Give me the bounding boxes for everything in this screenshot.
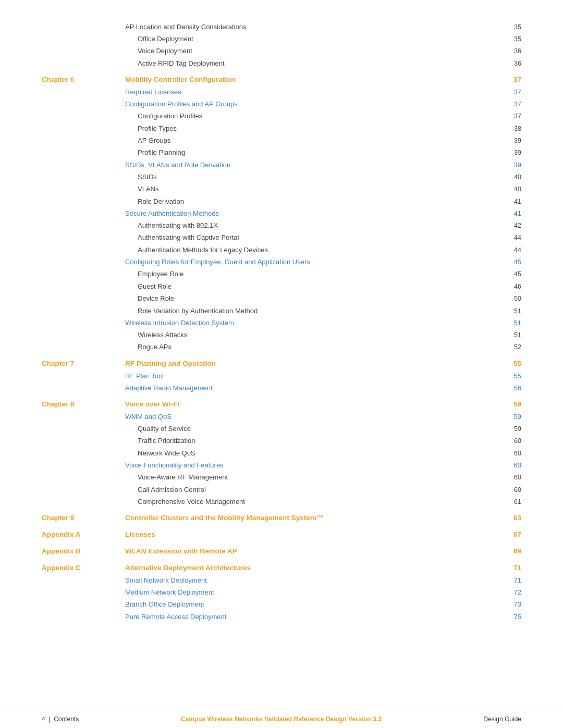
subsection-title: Wireless Attacks <box>125 331 187 339</box>
subsection-title: Role Variation by Authentication Method <box>125 307 258 315</box>
subsection-title: Call Admission Control <box>125 486 206 493</box>
chapter-title: Licenses <box>125 530 155 538</box>
subsection-page: 40 <box>514 174 521 181</box>
section-page: 39 <box>514 161 521 169</box>
chapter-page: 55 <box>513 360 521 367</box>
chapter-label: Appendix B <box>42 547 81 555</box>
toc-row: Profile Planning 39 <box>42 147 521 159</box>
chapter-title: Controller Clusters and the Mobility Man… <box>125 514 323 522</box>
section-title: Pure Remote Access Deployment <box>125 613 226 621</box>
subsection-page: 36 <box>514 60 521 67</box>
section-page: 71 <box>514 576 521 584</box>
subsection-page: 60 <box>514 474 521 481</box>
chapter-title: Alternative Deployment Architectures <box>125 564 251 572</box>
section-title: Small Network Deployment <box>125 576 207 584</box>
subsection-title: Comprehensive Voice Management <box>125 498 245 505</box>
subsection-page: 61 <box>514 498 521 505</box>
toc-row: Call Admission Control 60 <box>42 484 521 496</box>
section-title: Wireless Intrusion Detection System <box>125 319 234 327</box>
toc-row: Voice-Aware RF Management 60 <box>42 472 521 484</box>
toc-row: Chapter 8 Voice over Wi-Fi 59 <box>42 398 521 411</box>
section-page: 60 <box>514 461 521 469</box>
section-title: SSIDs, VLANs and Role Derivation <box>125 161 230 169</box>
subsection-page: 46 <box>514 283 521 290</box>
subsection-page: 60 <box>514 486 521 493</box>
subsection-title: Guest Role <box>125 282 172 290</box>
footer-page: 4 | Contents <box>42 715 79 723</box>
toc-row: AP Location and Density Considerations 3… <box>42 21 521 33</box>
section-title: Branch Office Deployment <box>125 600 204 608</box>
footer: 4 | Contents Campus Wireless Networks Va… <box>0 710 563 728</box>
subsection-title: Traffic Prioritization <box>125 437 195 445</box>
subsection-title: Authenticating with Captive Portal <box>125 233 239 241</box>
section-page: 37 <box>514 100 521 108</box>
subsection-page: 60 <box>514 450 521 457</box>
chapter-title: WLAN Extension with Remote AP <box>125 547 237 555</box>
toc-row: Role Variation by Authentication Method … <box>42 305 521 317</box>
subsection-title: Active RFID Tag Deployment <box>125 59 225 67</box>
subsection-page: 51 <box>514 331 521 339</box>
toc-row: Pure Remote Access Deployment 75 <box>42 611 521 623</box>
subsection-page: 44 <box>514 234 521 241</box>
toc-row: Branch Office Deployment 73 <box>42 599 521 611</box>
subsection-page: 39 <box>514 137 521 144</box>
toc-row: VLANs 40 <box>42 183 521 195</box>
section-page: 59 <box>514 413 521 421</box>
subsection-page: 51 <box>514 307 521 315</box>
chapter-title: Mobility Controller Configuration <box>125 76 235 83</box>
section-title: Voice Functionality and Features <box>125 461 224 469</box>
subsection-title: VLANs <box>125 185 158 193</box>
toc-row: Wireless Attacks 51 <box>42 329 521 341</box>
section-title: Configuration Profiles and AP Groups <box>125 100 238 108</box>
page-container: AP Location and Density Considerations 3… <box>0 0 563 728</box>
subsection-title: Authenticating with 802.1X <box>125 221 218 229</box>
section-page: 41 <box>514 209 521 217</box>
footer-page-number: 4 <box>42 715 45 723</box>
subsection-page: 42 <box>514 222 521 229</box>
subsection-title: Device Role <box>125 294 174 302</box>
chapter-page: 69 <box>513 547 521 555</box>
toc-row: Voice Deployment 36 <box>42 45 521 57</box>
chapter-page: 63 <box>513 514 521 522</box>
subsection-page: 50 <box>514 295 521 302</box>
section-title: Required Licenses <box>125 88 181 96</box>
chapter-label: Appendix A <box>42 530 81 538</box>
subsection-page: 59 <box>514 425 521 433</box>
section-page: 45 <box>514 258 521 266</box>
toc-row: Office Deployment 35 <box>42 33 521 45</box>
toc-row: Required Licenses 37 <box>42 86 521 98</box>
subsection-title: Network Wide QoS <box>125 449 195 457</box>
subsection-title: Quality of Service <box>125 425 191 433</box>
footer-right-text: Design Guide <box>483 715 521 723</box>
footer-center-text: Campus Wireless Networks Validated Refer… <box>181 715 382 723</box>
section-page: 51 <box>514 319 521 327</box>
toc-row: Traffic Prioritization 60 <box>42 435 521 447</box>
subsection-page: 36 <box>514 47 521 55</box>
subsection-title: Authentication Methods for Legacy Device… <box>125 246 268 254</box>
subsection-title: Profile Types <box>125 125 177 132</box>
toc-row: Small Network Deployment 71 <box>42 575 521 587</box>
toc-row: Secure Authentication Methods 41 <box>42 207 521 219</box>
section-title: Medium Network Deployment <box>125 588 214 596</box>
subsection-page: 45 <box>514 270 521 278</box>
subsection-title: SSIDs <box>125 173 157 181</box>
subsection-title: AP Location and Density Considerations <box>125 23 246 31</box>
chapter-page: 59 <box>513 400 521 408</box>
toc-row: Appendix C Alternative Deployment Archit… <box>42 562 521 575</box>
toc-row: Comprehensive Voice Management 61 <box>42 496 521 508</box>
toc-row: Chapter 9 Controller Clusters and the Mo… <box>42 512 521 525</box>
toc-row: Adaptive Radio Management 56 <box>42 382 521 394</box>
toc-row: Authentication Methods for Legacy Device… <box>42 244 521 256</box>
toc-row: Device Role 50 <box>42 293 521 305</box>
toc-row: Chapter 7 RF Planning and Operation 55 <box>42 357 521 370</box>
toc-row: Active RFID Tag Deployment 36 <box>42 57 521 69</box>
section-page: 37 <box>514 88 521 96</box>
toc-row: Configuring Roles for Employee, Guest an… <box>42 256 521 268</box>
subsection-page: 44 <box>514 246 521 254</box>
subsection-page: 41 <box>514 198 521 205</box>
section-page: 56 <box>514 384 521 392</box>
chapter-label: Chapter 7 <box>42 360 74 367</box>
toc-row: Appendix B WLAN Extension with Remote AP… <box>42 546 521 558</box>
subsection-title: AP Groups <box>125 137 170 144</box>
toc-row: Chapter 6 Mobility Controller Configurat… <box>42 74 521 87</box>
